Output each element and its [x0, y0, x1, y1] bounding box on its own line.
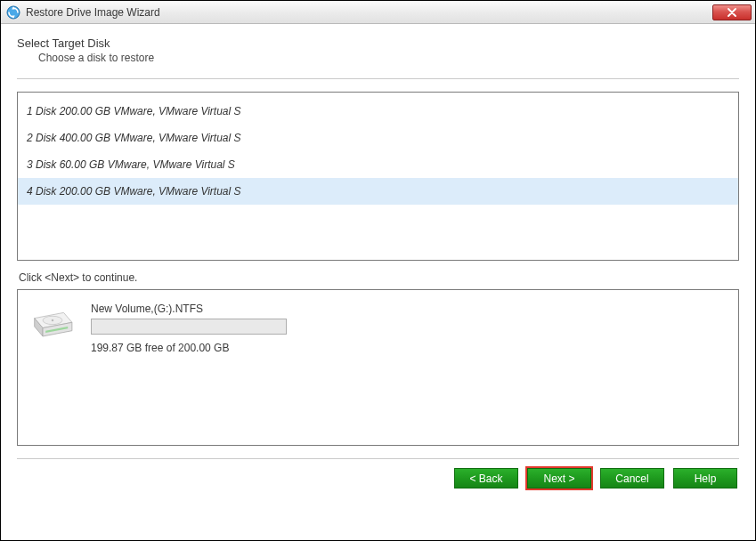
- disk-item[interactable]: 1 Disk 200.00 GB VMware, VMware Virtual …: [18, 98, 738, 125]
- disk-item[interactable]: 4 Disk 200.00 GB VMware, VMware Virtual …: [18, 178, 738, 205]
- heading-block: Select Target Disk Choose a disk to rest…: [17, 36, 739, 64]
- disk-item[interactable]: 2 Disk 400.00 GB VMware, VMware Virtual …: [18, 125, 738, 151]
- volume-panel: New Volume,(G:).NTFS 199.87 GB free of 2…: [17, 289, 739, 446]
- page-subtitle: Choose a disk to restore: [38, 52, 739, 64]
- continue-hint: Click <Next> to continue.: [19, 271, 739, 284]
- wizard-button-row: < Back Next > Cancel Help: [17, 468, 739, 494]
- titlebar: Restore Drive Image Wizard: [1, 1, 755, 24]
- window-title: Restore Drive Image Wizard: [26, 6, 712, 19]
- page-title: Select Target Disk: [17, 36, 739, 50]
- close-button[interactable]: [712, 4, 752, 20]
- help-button[interactable]: Help: [673, 468, 737, 489]
- back-button[interactable]: < Back: [454, 468, 518, 489]
- hdd-icon: [30, 308, 75, 345]
- target-disk-list[interactable]: 1 Disk 200.00 GB VMware, VMware Virtual …: [17, 92, 739, 261]
- wizard-content: Select Target Disk Choose a disk to rest…: [1, 24, 755, 540]
- volume-usage-bar: [91, 319, 287, 335]
- volume-free-text: 199.87 GB free of 200.00 GB: [91, 342, 287, 354]
- volume-info: New Volume,(G:).NTFS 199.87 GB free of 2…: [91, 303, 287, 354]
- heading-divider: [17, 78, 739, 79]
- volume-name: New Volume,(G:).NTFS: [91, 303, 287, 315]
- disk-item[interactable]: 3 Disk 60.00 GB VMware, VMware Virtual S: [18, 151, 738, 178]
- close-icon: [728, 8, 736, 17]
- footer-divider: [17, 458, 739, 459]
- cancel-button[interactable]: Cancel: [600, 468, 664, 489]
- next-button[interactable]: Next >: [527, 468, 591, 489]
- app-icon: [6, 5, 20, 20]
- svg-point-8: [52, 319, 54, 322]
